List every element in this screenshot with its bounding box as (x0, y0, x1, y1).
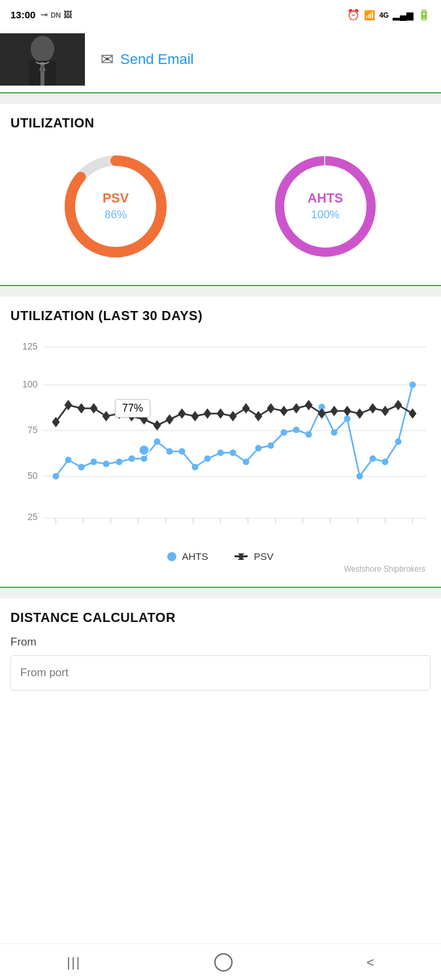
svg-point-42 (103, 461, 110, 467)
svg-point-44 (129, 455, 135, 462)
svg-point-50 (204, 455, 211, 462)
send-email-button[interactable]: ✉ Send Email (101, 50, 194, 69)
svg-point-48 (179, 448, 186, 455)
svg-point-96 (139, 445, 150, 455)
distance-calculator-section: DISTANCE CALCULATOR From (0, 598, 441, 704)
svg-point-47 (167, 448, 173, 455)
from-label: From (10, 636, 431, 649)
svg-marker-80 (217, 408, 225, 419)
svg-point-51 (218, 449, 224, 456)
legend-ahts: AHTS (167, 551, 208, 562)
svg-marker-87 (305, 400, 313, 410)
svg-marker-84 (267, 403, 275, 414)
chart-watermark: Westshore Shipbrokers (10, 564, 431, 574)
svg-point-65 (395, 438, 402, 445)
ahts-donut-container: AHTS 100% (267, 148, 384, 265)
svg-marker-77 (178, 408, 186, 419)
svg-point-53 (243, 459, 250, 465)
svg-text:50: 50 (27, 470, 38, 481)
utilization-section: UTILIZATION PSV 86% AHTS 10 (0, 104, 441, 285)
alarm-icon: ⏰ (347, 8, 360, 21)
signal-bars-icon: ▂▄▆ (393, 10, 414, 20)
svg-marker-75 (154, 420, 161, 431)
home-icon (214, 953, 233, 972)
wifi-icon: 📶 (364, 10, 375, 20)
svg-marker-83 (255, 411, 263, 421)
ahts-legend-dot (167, 552, 176, 561)
legend-psv: PSV (235, 551, 274, 562)
line-chart-svg: 125 100 75 50 25 (10, 334, 431, 543)
section-divider-2 (0, 285, 441, 297)
psv-donut-container: PSV 86% (57, 148, 174, 265)
menu-button[interactable]: ||| (51, 949, 97, 976)
svg-marker-78 (191, 411, 199, 421)
svg-point-41 (91, 459, 97, 465)
back-icon: < (367, 955, 374, 970)
psv-donut-svg: PSV 86% (57, 148, 174, 265)
signal-4g-icon: 4G (379, 11, 389, 19)
utilization-title: UTILIZATION (10, 116, 431, 131)
send-email-label: Send Email (120, 51, 194, 68)
svg-point-39 (65, 457, 72, 463)
svg-point-54 (255, 445, 262, 451)
svg-marker-74 (140, 414, 148, 425)
svg-point-66 (410, 382, 416, 388)
dn-icon: DN (50, 11, 61, 19)
section-divider-3 (0, 587, 441, 598)
svg-marker-93 (382, 406, 389, 416)
svg-point-40 (78, 464, 85, 470)
status-bar: 13:00 ⊸ DN 🖼 ⏰ 📶 4G ▂▄▆ 🔋 (0, 0, 441, 29)
svg-point-43 (116, 459, 123, 465)
line-chart-title: UTILIZATION (LAST 30 DAYS) (10, 308, 431, 323)
svg-marker-94 (395, 400, 402, 410)
bottom-padding (0, 704, 441, 749)
svg-text:86%: 86% (105, 208, 127, 221)
svg-point-55 (268, 442, 274, 449)
psv-legend-label: PSV (254, 551, 274, 562)
home-button[interactable] (199, 948, 248, 977)
svg-marker-97 (238, 553, 244, 560)
svg-marker-70 (90, 403, 98, 414)
svg-point-1 (31, 36, 54, 62)
psv-legend-line (235, 555, 248, 557)
svg-point-45 (141, 455, 148, 462)
chart-legend: AHTS PSV (10, 551, 431, 562)
line-chart-area: 125 100 75 50 25 (10, 334, 431, 546)
svg-text:75: 75 (27, 425, 38, 435)
back-button[interactable]: < (351, 949, 390, 976)
svg-marker-86 (293, 403, 301, 414)
svg-point-64 (382, 459, 389, 465)
status-right-icons: ⏰ 📶 4G ▂▄▆ 🔋 (347, 8, 431, 21)
speedometer-icon: ⊸ (41, 10, 48, 20)
svg-marker-82 (242, 403, 250, 414)
svg-marker-81 (229, 411, 237, 421)
bottom-nav-bar: ||| < (0, 943, 441, 980)
avatar (0, 33, 85, 86)
menu-icon: ||| (67, 955, 81, 970)
svg-text:PSV: PSV (103, 191, 129, 205)
header: ✉ Send Email (0, 29, 441, 92)
svg-marker-76 (166, 414, 174, 425)
svg-marker-90 (344, 406, 351, 416)
distance-calc-title: DISTANCE CALCULATOR (10, 610, 431, 625)
svg-marker-88 (318, 408, 326, 419)
svg-point-58 (306, 431, 312, 438)
svg-point-61 (344, 416, 351, 422)
svg-marker-79 (204, 408, 212, 419)
status-icons-left: ⊸ DN 🖼 (41, 10, 72, 20)
donut-charts-row: PSV 86% AHTS 100% (10, 141, 431, 272)
svg-marker-92 (369, 403, 377, 414)
from-port-input[interactable] (10, 655, 431, 691)
svg-point-7 (70, 161, 161, 252)
svg-text:100%: 100% (312, 208, 340, 221)
mail-icon: ✉ (101, 50, 114, 69)
svg-text:125: 125 (22, 341, 38, 351)
svg-marker-85 (280, 406, 288, 416)
svg-text:AHTS: AHTS (308, 191, 343, 205)
svg-marker-89 (331, 406, 338, 416)
svg-point-62 (357, 473, 363, 480)
svg-point-60 (331, 429, 338, 436)
svg-point-11 (280, 161, 371, 252)
image-icon: 🖼 (63, 10, 72, 20)
line-chart-section: UTILIZATION (LAST 30 DAYS) 125 100 75 50… (0, 297, 441, 587)
